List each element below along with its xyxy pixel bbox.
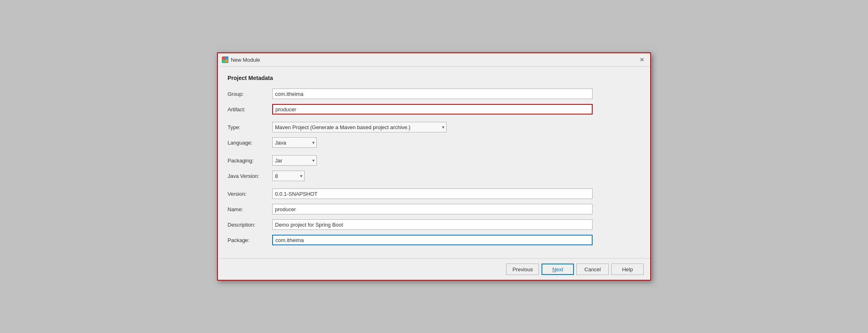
group-input[interactable] <box>272 89 593 99</box>
type-select-wrapper: Maven Project (Generate a Maven based pr… <box>272 122 447 132</box>
module-icon <box>222 56 228 63</box>
packaging-select[interactable]: Jar <box>272 155 317 166</box>
name-input[interactable] <box>272 204 593 214</box>
group-label: Group: <box>228 91 272 97</box>
previous-button[interactable]: Previous <box>506 264 539 275</box>
description-input[interactable] <box>272 219 593 230</box>
type-label: Type: <box>228 124 272 130</box>
next-label: Next <box>552 266 563 272</box>
svg-rect-0 <box>222 57 225 60</box>
java-version-row: Java Version: 8 <box>228 171 640 181</box>
language-select[interactable]: Java <box>272 137 317 148</box>
title-bar-left: New Module <box>222 56 260 63</box>
packaging-row: Packaging: Jar <box>228 155 640 166</box>
type-select[interactable]: Maven Project (Generate a Maven based pr… <box>272 122 447 132</box>
language-label: Language: <box>228 140 272 146</box>
java-version-select[interactable]: 8 <box>272 171 305 181</box>
help-button[interactable]: Help <box>611 264 644 275</box>
close-button[interactable]: ✕ <box>638 56 646 64</box>
title-bar: New Module ✕ <box>218 53 650 67</box>
section-title: Project Metadata <box>228 75 640 81</box>
dialog-title: New Module <box>231 57 260 63</box>
java-version-label: Java Version: <box>228 173 272 179</box>
version-input[interactable] <box>272 188 593 199</box>
artifact-label: Artifact: <box>228 106 272 112</box>
description-label: Description: <box>228 222 272 228</box>
packaging-label: Packaging: <box>228 158 272 164</box>
new-module-dialog: New Module ✕ Project Metadata Group: Art… <box>217 52 651 281</box>
package-label: Package: <box>228 237 272 243</box>
dialog-content: Project Metadata Group: Artifact: Type: … <box>218 67 650 258</box>
next-button[interactable]: Next <box>541 264 574 275</box>
previous-label: Previous <box>512 266 533 272</box>
svg-rect-1 <box>225 57 228 60</box>
group-row: Group: <box>228 89 640 99</box>
name-label: Name: <box>228 206 272 212</box>
svg-rect-3 <box>225 60 228 63</box>
name-row: Name: <box>228 204 640 214</box>
help-label: Help <box>622 266 633 272</box>
description-row: Description: <box>228 219 640 230</box>
dialog-footer: Previous Next Cancel Help <box>218 258 650 280</box>
packaging-select-wrapper: Jar <box>272 155 317 166</box>
language-select-wrapper: Java <box>272 137 317 148</box>
cancel-button[interactable]: Cancel <box>576 264 609 275</box>
version-label: Version: <box>228 191 272 197</box>
java-version-select-wrapper: 8 <box>272 171 305 181</box>
package-row: Package: <box>228 235 640 245</box>
artifact-input[interactable] <box>272 104 593 115</box>
package-input[interactable] <box>272 235 593 245</box>
svg-rect-2 <box>222 60 225 63</box>
cancel-label: Cancel <box>584 266 601 272</box>
type-row: Type: Maven Project (Generate a Maven ba… <box>228 122 640 132</box>
language-row: Language: Java <box>228 137 640 148</box>
artifact-row: Artifact: <box>228 104 640 115</box>
version-row: Version: <box>228 188 640 199</box>
